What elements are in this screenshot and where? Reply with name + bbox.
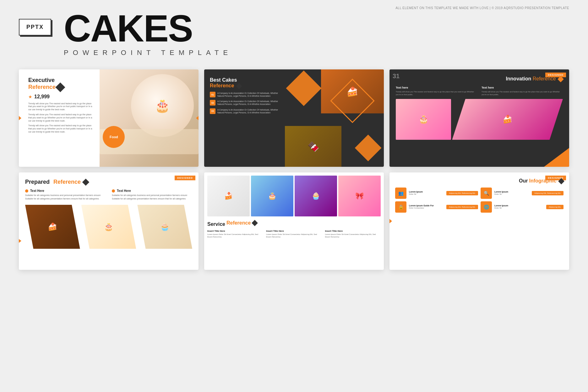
slide-best-cakes: DESIGNED Best Cakes Reference 01 A Compa…: [204, 69, 384, 167]
list-text-1: A Company Is An Association Or Collectio…: [217, 92, 279, 97]
slide-4-img-1: 🍰: [25, 205, 80, 249]
slide-6-diamond: [558, 178, 564, 184]
slide-1-arrow: [19, 114, 21, 122]
slide-4-title-row: Prepared Reference: [25, 179, 192, 185]
slide-4-ref-text: Reference: [53, 179, 81, 185]
slide-5-col-2: Insert Title Here Lorem Ipsum Dolor Sit …: [266, 230, 322, 238]
info-right-text-2: Adipiscing Elit, Referencing Elit.: [534, 192, 561, 194]
infographic-item-2: 🔍 Lorem Ipsum Dolor Sit Adipiscing Elit,…: [481, 188, 564, 199]
info-label-3: Lorem ipsum Guide For: [409, 204, 444, 207]
orange-diamond-2: [355, 135, 382, 161]
col-2-title-text: Text Here: [117, 189, 131, 193]
num-badge-2: 02: [210, 100, 215, 106]
slide-service: 🍰 🎂 🧁 🎀 Service Reference Insert Title H…: [204, 172, 384, 270]
slide-6-title: Our: [519, 178, 528, 184]
slide-5-images: 🍰 🎂 🧁 🎀: [207, 176, 381, 216]
slide-3-title: Innovation: [506, 76, 531, 81]
slide-5-cols: Insert Title Here Lorem Ipsum Dolor Sit …: [207, 230, 381, 238]
food-badge: Food: [103, 126, 125, 148]
slide-6-arrow: [389, 217, 392, 226]
slide-3-col-1: Text here Trendy will show you The easie…: [396, 86, 477, 96]
slide-5-title: Service: [207, 221, 225, 227]
slide-1-right: 🎂 Food: [100, 69, 199, 167]
insert-desc-2: Lorem Ipsum Dolor Sit Amet Consectetur A…: [266, 233, 322, 238]
slide-2-list: 01 A Company Is An Association Or Collec…: [210, 92, 279, 114]
slide-4-diamond: [82, 178, 90, 186]
orange-dot-2: [112, 189, 115, 193]
slide-6-ref-text: Infographic: [529, 178, 556, 183]
slide-1-left: Executive Reference ★ 12,999 Trendy will…: [19, 69, 100, 167]
slide-3-images: 🎂 🍰: [396, 99, 563, 140]
orange-dot-1: [25, 189, 28, 193]
slide-6-inner: DESIGNED Our Infographic 👥 Lorem Ipsum: [389, 172, 569, 270]
info-label-1: Lorem Ipsum: [409, 191, 444, 193]
slide-3-desc-2: Trendy will show you The easiest and fas…: [482, 90, 563, 96]
text-here-1: Text here: [396, 86, 477, 89]
list-item-1: 01 A Company Is An Association Or Collec…: [210, 92, 279, 97]
slide-3-desc-1: Trendy will show you The easiest and fas…: [396, 90, 477, 96]
info-sub-2: Dolor Sit: [494, 193, 529, 195]
slide-3-img-2: 🍰: [452, 99, 563, 140]
text-here-2: Text here: [482, 86, 563, 89]
slide-6-ref: Infographic: [529, 178, 564, 184]
list-item-2: 02 A Company Is An Association Or Collec…: [210, 100, 279, 106]
slide-1-text2: Trendy will show you The easiest and fas…: [28, 113, 94, 122]
slide-1-ref: Reference: [28, 84, 56, 90]
info-text-4: Lorem Ipsum Dolor Sit: [494, 204, 544, 209]
slide-2-ref: Reference: [210, 83, 279, 89]
slide-2-title: Best Cakes: [210, 77, 279, 83]
slide-5-col-1: Insert Title Here Lorem Ipsum Dolor Sit …: [207, 230, 263, 238]
insert-desc-1: Lorem Ipsum Dolor Sit Amet Consectetur A…: [207, 233, 263, 238]
food-image-2: 🍫: [285, 126, 341, 167]
slide-3-badge: DESIGNED: [545, 73, 566, 77]
slide-2-left: Best Cakes Reference 01 A Company Is An …: [204, 69, 285, 167]
col-2-title: Text Here: [112, 189, 192, 193]
infographic-items: 👥 Lorem Ipsum Dolor Sit Adipiscing Elit,…: [395, 188, 564, 213]
insert-title-2: Insert Title Here: [266, 230, 322, 232]
slide-1-number: ★ 12,999: [28, 94, 94, 100]
list-item-3: 03 A Company Is An Association Or Collec…: [210, 108, 279, 114]
pptx-badge: PPTX: [19, 19, 51, 35]
num-badge-1: 01: [210, 92, 215, 97]
right-arrow: [196, 114, 199, 122]
slide-5-img-4: 🎀: [338, 176, 381, 216]
number-decoration: 31: [393, 73, 400, 80]
info-right-text-1: Adipiscing Elit, Referencing Elit.: [449, 192, 476, 194]
slide-2-right: 🍰 🍫: [285, 69, 384, 167]
infographic-item-4: 🌐 Lorem Ipsum Dolor Sit Adipiscing Elit,: [481, 201, 564, 213]
list-text-3: A Company Is An Association Or Collectio…: [217, 108, 279, 114]
slide-5-diamond: [252, 220, 258, 226]
info-label-2: Lorem Ipsum: [494, 191, 529, 193]
orange-triangle: [544, 148, 569, 167]
info-right-4: Adipiscing Elit,: [546, 205, 564, 209]
slide-prepared: DESIGNED Prepared Reference Text Here Su…: [19, 172, 199, 270]
slide-5-col-3: Insert Title Here Lorem Ipsum Dolor Sit …: [325, 230, 381, 238]
main-title: CAKES: [64, 9, 232, 47]
slide-4-img-3: 🧁: [137, 205, 192, 249]
slide-4-img-2: 🎂: [81, 205, 136, 249]
slide-innovation: DESIGNED Innovation Reference Text here …: [389, 69, 569, 167]
info-text-1: Lorem Ipsum Dolor Sit: [409, 191, 444, 195]
info-sub-4: Dolor Sit: [494, 207, 544, 209]
slide-4-title: Prepared: [25, 179, 50, 185]
slide-5-title-row: Service Reference: [207, 219, 381, 227]
title-block: CAKES POWERPOINT TEMPLATE: [64, 9, 232, 57]
info-right-1: Adipiscing Elit, Referencing Elit.: [446, 191, 478, 195]
subtitle: POWERPOINT TEMPLATE: [64, 49, 232, 57]
slide-2-ref-text: Reference: [210, 83, 234, 88]
col-1-title-text: Text Here: [30, 189, 44, 193]
slide-5-img-1: 🍰: [207, 176, 250, 216]
slide-executive: Executive Reference ★ 12,999 Trendy will…: [19, 69, 199, 167]
insert-title-3: Insert Title Here: [325, 230, 381, 232]
number-value: 12,999: [34, 94, 50, 100]
info-right-text-4: Adipiscing Elit,: [549, 206, 561, 208]
info-label-4: Lorem Ipsum: [494, 204, 544, 207]
slide-3-col-2: Text here Trendy will show you The easie…: [482, 86, 563, 96]
info-right-text-3: Adipiscing Elit, Referencing Elit.: [449, 206, 476, 208]
info-right-2: Adipiscing Elit, Referencing Elit.: [532, 191, 564, 195]
slide-6-title-row: Our Infographic: [395, 178, 564, 184]
slide-4-inner: DESIGNED Prepared Reference Text Here Su…: [19, 172, 199, 270]
slide-5-img-3: 🧁: [295, 176, 337, 216]
info-sub-1: Dolor Sit: [409, 193, 444, 195]
num-badge-3: 03: [210, 108, 215, 114]
